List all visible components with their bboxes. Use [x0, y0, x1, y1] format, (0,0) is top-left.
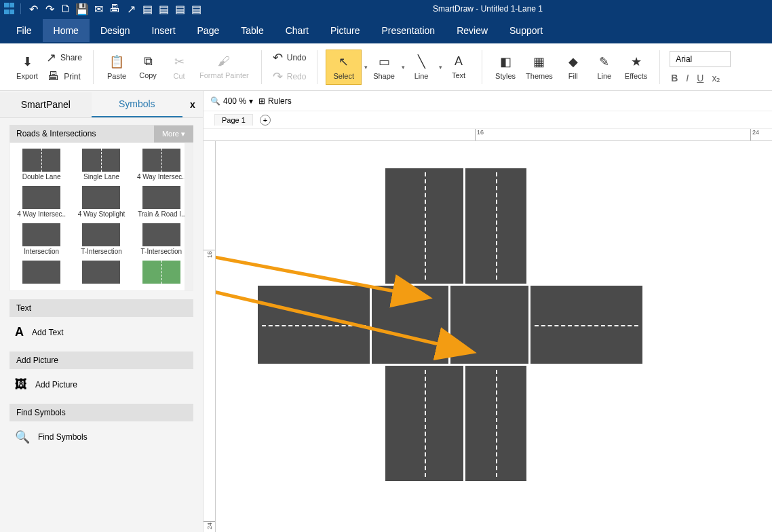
window-title: SmartDraw - Untitled 1-Lane 1: [229, 4, 543, 14]
share-arrow-icon: ↗: [46, 50, 56, 65]
share-button[interactable]: ↗Share: [43, 49, 85, 66]
canvas-paper[interactable]: [216, 141, 772, 532]
symbol-train-road[interactable]: Train & Road I..: [133, 185, 190, 219]
line-style-button[interactable]: ✎Line: [590, 53, 619, 81]
export-word-icon[interactable]: ▤: [157, 3, 170, 15]
line-button[interactable]: ╲Line: [406, 53, 436, 81]
symbol-double-lane[interactable]: Double Lane: [13, 147, 70, 182]
rulers-toggle[interactable]: ⊞ Rulers: [258, 96, 292, 106]
subscript-button[interactable]: x₂: [712, 73, 720, 83]
italic-button[interactable]: I: [686, 73, 689, 83]
menu-support[interactable]: Support: [499, 19, 554, 42]
scrollbar-thumb[interactable]: [185, 170, 192, 197]
menu-insert[interactable]: Insert: [141, 19, 187, 42]
road-top-left[interactable]: [385, 168, 463, 284]
copy-icon: ⧉: [144, 54, 153, 69]
new-icon[interactable]: 🗋: [60, 3, 72, 15]
library-title: Roads & Intersections: [9, 125, 154, 142]
export-pdf-icon[interactable]: ▤: [141, 3, 153, 15]
find-symbols-button[interactable]: 🔍 Find Symbols: [9, 421, 193, 453]
menu-design[interactable]: Design: [90, 19, 141, 42]
symbol-extra-2[interactable]: [73, 259, 130, 286]
vertical-ruler: 16 24: [204, 141, 216, 532]
print-button[interactable]: 🖶Print: [43, 68, 85, 85]
bold-button[interactable]: B: [671, 73, 678, 83]
symbol-t-intersection-2[interactable]: T-Intersection: [133, 222, 190, 256]
add-text-button[interactable]: A Add Text: [9, 317, 193, 347]
search-icon: 🔍: [15, 430, 30, 444]
fill-bucket-icon: ◆: [568, 54, 578, 69]
menu-picture[interactable]: Picture: [320, 19, 371, 42]
export-excel-icon[interactable]: ▤: [174, 3, 186, 15]
redo-icon[interactable]: ↷: [43, 3, 56, 15]
add-picture-button[interactable]: 🖼 Add Picture: [9, 369, 193, 400]
rectangle-icon: ▭: [379, 54, 390, 69]
symbol-t-intersection-1[interactable]: T-Intersection: [73, 222, 130, 256]
clipboard-icon: 📋: [109, 54, 124, 69]
road-center-right[interactable]: [450, 286, 528, 364]
symbol-intersection[interactable]: Intersection: [13, 222, 70, 256]
shape-button[interactable]: ▭Shape: [369, 53, 399, 81]
road-mid-left[interactable]: [258, 286, 370, 364]
menu-review[interactable]: Review: [446, 19, 499, 42]
smartpanel-tab[interactable]: SmartPanel: [0, 92, 92, 117]
undo-icon[interactable]: ↶: [27, 3, 39, 15]
undo-button[interactable]: ↶Undo: [270, 49, 309, 66]
menu-table[interactable]: Table: [230, 19, 274, 42]
road-top-right[interactable]: [465, 168, 526, 284]
select-dropdown-icon[interactable]: ▾: [364, 64, 368, 71]
menu-page[interactable]: Page: [187, 19, 231, 42]
picture-icon: 🖼: [15, 377, 27, 392]
download-icon: ⬇: [22, 54, 33, 69]
text-button[interactable]: AText: [444, 53, 474, 81]
symbol-4way-stoplight[interactable]: 4 Way Stoplight: [73, 185, 130, 219]
zoom-control[interactable]: 🔍 400 % ▾: [210, 96, 253, 106]
line-drawing-icon: ╲: [418, 54, 425, 69]
paste-button[interactable]: 📋Paste: [102, 53, 132, 81]
themes-button[interactable]: ▦Themes: [522, 53, 557, 81]
fill-button[interactable]: ◆Fill: [558, 53, 588, 81]
undo-arrow-icon: ↶: [273, 50, 283, 65]
symbol-single-lane[interactable]: Single Lane: [73, 147, 130, 182]
add-page-button[interactable]: +: [260, 115, 271, 126]
styles-button[interactable]: ◧Styles: [490, 53, 520, 81]
redo-button[interactable]: ↷Redo: [270, 68, 309, 86]
shape-dropdown-icon[interactable]: ▾: [402, 64, 405, 71]
symbol-4way-1[interactable]: 4 Way Intersec..: [133, 147, 190, 182]
close-panel-button[interactable]: x: [182, 99, 203, 110]
save-icon[interactable]: 💾: [76, 3, 88, 15]
symbol-4way-2[interactable]: 4 Way Intersec..: [13, 185, 70, 219]
road-bottom-right[interactable]: [465, 366, 526, 481]
format-painter-button[interactable]: 🖌Format Painter: [195, 53, 253, 81]
menu-file[interactable]: File: [5, 19, 43, 42]
road-mid-right[interactable]: [530, 286, 642, 364]
picture-section-header: Add Picture: [9, 352, 193, 369]
menu-presentation[interactable]: Presentation: [371, 19, 446, 42]
road-center-left[interactable]: [372, 286, 448, 364]
road-bottom-left[interactable]: [385, 366, 463, 481]
copy-button[interactable]: ⧉Copy: [133, 53, 163, 81]
print-icon[interactable]: 🖶: [109, 3, 121, 15]
line-dropdown-icon[interactable]: ▾: [439, 64, 442, 71]
symbols-tab[interactable]: Symbols: [92, 92, 183, 117]
ribbon: ⬇Export ↗Share 🖶Print 📋Paste ⧉Copy ✂Cut …: [0, 43, 772, 91]
chevron-down-icon: ▾: [249, 96, 253, 106]
menu-home[interactable]: Home: [43, 19, 90, 42]
page-tab-1[interactable]: Page 1: [214, 114, 253, 126]
export-button[interactable]: ⬇Export: [12, 53, 42, 81]
menu-chart[interactable]: Chart: [275, 19, 320, 42]
select-button[interactable]: ↖Select: [326, 50, 362, 85]
font-selector[interactable]: Arial: [670, 51, 731, 67]
underline-button[interactable]: U: [697, 73, 703, 83]
palette-icon: ▦: [533, 54, 545, 69]
magnifier-icon: 🔍: [210, 96, 220, 106]
share-icon[interactable]: ↗: [125, 3, 137, 15]
horizontal-ruler: 16 24: [204, 129, 772, 141]
symbol-extra-1[interactable]: [13, 259, 70, 286]
export-ppt-icon[interactable]: ▤: [190, 3, 202, 15]
library-more-button[interactable]: More ▾: [154, 126, 193, 142]
effects-button[interactable]: ★Effects: [621, 53, 651, 81]
symbol-extra-3[interactable]: [133, 259, 190, 286]
cut-button[interactable]: ✂Cut: [164, 53, 194, 81]
email-icon[interactable]: ✉: [92, 3, 104, 15]
